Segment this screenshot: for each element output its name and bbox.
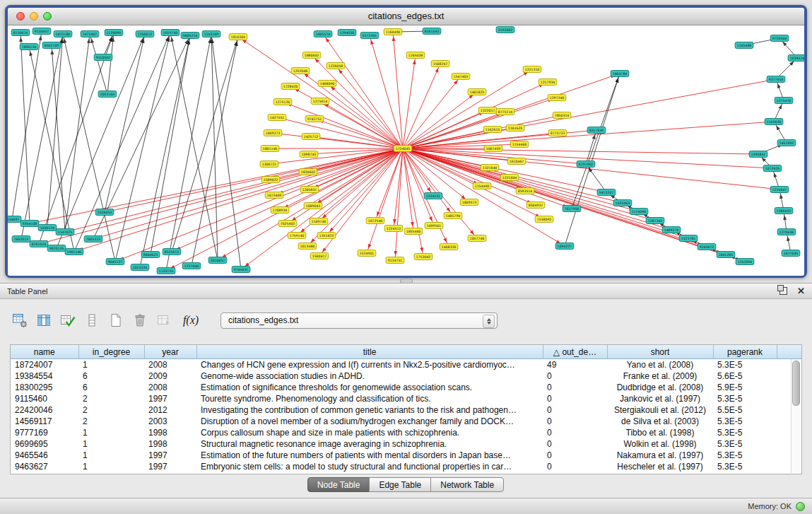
graph-node[interactable]: 1152094	[736, 259, 754, 265]
column-header-pagerank[interactable]: pagerank	[713, 345, 777, 359]
column-header-year[interactable]: year	[144, 345, 196, 359]
graph-edge[interactable]	[57, 34, 145, 248]
graph-edge[interactable]	[586, 164, 606, 192]
cell-title[interactable]: Embryonic stem cells: a model to study s…	[196, 461, 543, 472]
graph-node[interactable]: 1605574	[314, 31, 332, 37]
graph-node[interactable]: 9045127	[106, 259, 124, 265]
graph-edge[interactable]	[403, 122, 774, 148]
graph-node[interactable]: 8562709	[42, 42, 61, 49]
cell-pagerank[interactable]: 5.3E-5	[713, 461, 777, 472]
graph-edge[interactable]	[105, 148, 403, 212]
graph-node[interactable]: 7850314	[553, 112, 571, 119]
graph-node[interactable]: 1451892	[777, 140, 796, 146]
graph-edge[interactable]	[90, 34, 107, 94]
graph-node[interactable]: 1143169	[202, 31, 220, 37]
cell-in_degree[interactable]: 2	[78, 393, 144, 404]
graph-node[interactable]: 1073180	[54, 31, 72, 37]
graph-node[interactable]: 1524901	[358, 250, 376, 257]
graph-node[interactable]: 2053164	[98, 91, 117, 98]
graph-node[interactable]: 1461825	[468, 89, 486, 95]
graph-node[interactable]: 1015324	[131, 264, 149, 271]
graph-node[interactable]: 8775114	[496, 109, 514, 115]
import-table-icon[interactable]	[155, 312, 172, 329]
graph-edge[interactable]	[572, 74, 620, 209]
graph-node[interactable]: 1677045	[782, 250, 800, 257]
cell-title[interactable]: Changes of HCN gene expression and I(f) …	[196, 359, 543, 371]
graph-node[interactable]: 8775723	[548, 130, 567, 136]
graph-edge[interactable]	[115, 33, 170, 262]
cell-title[interactable]: Tourette syndrome. Phenomenology and cla…	[196, 393, 543, 404]
graph-node[interactable]: 1025063	[613, 200, 632, 206]
graph-node[interactable]: 1801140	[261, 146, 279, 152]
graph-node[interactable]: 1226058	[326, 63, 345, 69]
graph-node[interactable]: 1673409	[265, 192, 283, 199]
cell-name[interactable]: 18300295	[11, 382, 78, 393]
minimize-window-button[interactable]	[30, 12, 38, 21]
graph-node[interactable]: 1560417	[310, 253, 329, 259]
cell-name[interactable]: 18724007	[11, 359, 78, 371]
graph-node[interactable]: 1128095	[105, 30, 123, 36]
cell-name[interactable]: 9699695	[11, 438, 78, 450]
graph-node[interactable]: 1708934	[271, 207, 289, 214]
graph-node[interactable]: 1275120	[273, 99, 292, 105]
graph-node[interactable]: 1287342	[646, 218, 664, 224]
graph-node[interactable]: 9870135	[47, 245, 66, 252]
cell-name[interactable]: 9465546	[11, 450, 78, 461]
cell-out_degree[interactable]: 0	[543, 382, 607, 393]
cell-short[interactable]: Dudbridge et al. (2008)	[607, 382, 713, 393]
delete-column-icon[interactable]	[131, 312, 148, 329]
cell-out_degree[interactable]: 0	[543, 370, 607, 382]
cell-title[interactable]: Estimation of the future numbers of pati…	[196, 450, 543, 461]
graph-node[interactable]: 1664784	[611, 71, 629, 77]
cell-pagerank[interactable]: 5.3E-5	[713, 427, 777, 438]
graph-node[interactable]: 1270436	[777, 229, 796, 235]
cell-in_degree[interactable]: 1	[78, 427, 144, 438]
cell-year[interactable]: 2008	[144, 382, 196, 393]
graph-edge[interactable]	[74, 148, 403, 252]
column-header-out_degree[interactable]: △ out_de…	[543, 345, 607, 359]
graph-node[interactable]: 1523781	[679, 235, 698, 242]
graph-node[interactable]: 1589022	[261, 177, 280, 183]
graph-node[interactable]: 1613480	[298, 243, 317, 250]
graph-edge[interactable]	[74, 33, 170, 252]
graph-node[interactable]: 1728420	[281, 83, 300, 90]
graph-node[interactable]: 1609273	[264, 130, 282, 136]
cell-name[interactable]: 9463627	[11, 461, 78, 472]
graph-node[interactable]: 1252046	[291, 68, 310, 74]
graph-edge[interactable]	[277, 117, 403, 148]
rows-icon[interactable]	[83, 312, 100, 329]
graph-node[interactable]: 6791902	[577, 161, 595, 168]
float-panel-icon[interactable]	[779, 287, 787, 295]
graph-node[interactable]: 2010057	[208, 257, 227, 264]
cell-title[interactable]: Estimation of significance thresholds fo…	[196, 382, 543, 393]
graph-node[interactable]: 1067459	[484, 146, 502, 152]
graph-node[interactable]: 1126135	[157, 268, 175, 274]
table-selector-dropdown[interactable]: citations_edges.txt	[220, 313, 498, 329]
table-row[interactable]: 946554611997Estimation of the future num…	[11, 450, 801, 461]
cell-short[interactable]: Nakamura et al. (1997)	[607, 450, 713, 461]
graph-node[interactable]: 1174096	[630, 209, 648, 215]
cell-in_degree[interactable]: 6	[78, 370, 144, 382]
graph-node[interactable]: 9277410	[767, 76, 785, 83]
graph-edge[interactable]	[115, 148, 403, 262]
graph-edge[interactable]	[93, 35, 190, 239]
table-mode-icon[interactable]	[11, 312, 28, 329]
cell-year[interactable]: 2008	[144, 359, 196, 371]
table-scrollbar[interactable]	[791, 359, 801, 473]
cell-pagerank[interactable]: 5.9E-5	[713, 382, 777, 393]
graph-node[interactable]: 1855460	[404, 228, 423, 235]
graph-edge[interactable]	[403, 148, 688, 238]
cell-title[interactable]: Disruption of a novel member of a sodium…	[196, 416, 543, 427]
cell-year[interactable]: 2012	[144, 404, 196, 416]
graph-node[interactable]: 1041283	[717, 252, 735, 258]
cell-short[interactable]: de Silva et al. (2003)	[607, 416, 713, 427]
cell-in_degree[interactable]: 1	[78, 461, 144, 472]
graph-node[interactable]: 9644023	[141, 252, 160, 258]
graph-edge[interactable]	[52, 45, 65, 232]
graph-node[interactable]: 1485790	[444, 213, 462, 219]
graph-node[interactable]: 8130674	[11, 30, 30, 36]
cell-name[interactable]: 22420046	[11, 404, 78, 416]
graph-edge[interactable]	[323, 34, 403, 148]
graph-node[interactable]: 1475467	[81, 31, 99, 37]
cell-short[interactable]: Franke et al. (2009)	[607, 370, 713, 382]
